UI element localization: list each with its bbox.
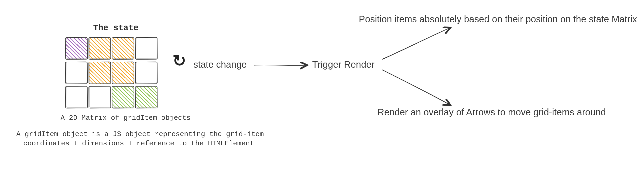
- grid-cell-0-2: [112, 37, 134, 60]
- grid-cell-1-0: [65, 62, 88, 84]
- arrow-render-to-overlay: [382, 70, 450, 105]
- branch-bottom-label: Render an overlay of Arrows to move grid…: [378, 107, 606, 117]
- branch-top-label: Position items absolutely based on their…: [359, 14, 637, 24]
- grid-cell-2-3: [135, 86, 158, 109]
- griditem-note-line1: A gridItem object is a JS object represe…: [16, 130, 264, 138]
- grid-cell-2-2: [112, 86, 134, 109]
- grid-cell-1-2: [112, 62, 134, 84]
- grid-cell-0-1: [88, 37, 111, 60]
- arrow-state-to-render: [254, 65, 306, 65]
- griditem-note-line2: coordinates + dimensions + reference to …: [23, 140, 254, 148]
- loop-arrow-icon: ↺: [172, 51, 186, 70]
- grid-cell-0-3: [135, 37, 158, 60]
- arrow-render-to-position: [382, 28, 450, 59]
- trigger-render-label: Trigger Render: [312, 59, 375, 70]
- state-matrix-grid: [65, 37, 158, 112]
- grid-cell-1-1: [88, 62, 111, 84]
- grid-cell-2-0: [65, 86, 88, 109]
- grid-cell-0-0: [65, 37, 88, 60]
- state-change-label: state change: [194, 59, 247, 70]
- grid-cell-2-1: [88, 86, 111, 109]
- state-title: The state: [93, 23, 138, 33]
- grid-cell-1-3: [135, 62, 158, 84]
- grid-caption: A 2D Matrix of gridItem objects: [60, 114, 190, 122]
